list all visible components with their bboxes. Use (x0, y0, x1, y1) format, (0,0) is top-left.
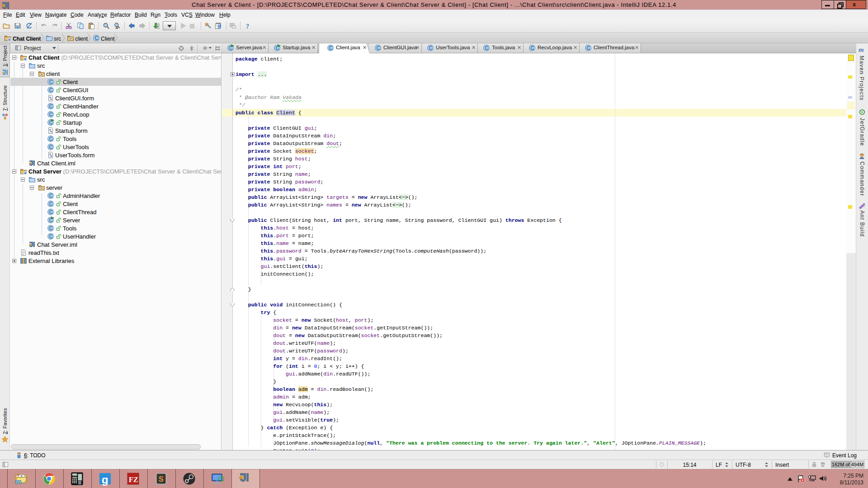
svg-text:C: C (49, 193, 53, 198)
svg-text:C: C (485, 45, 489, 51)
svg-text:C: C (531, 45, 534, 51)
svg-text:01: 01 (157, 27, 160, 29)
svg-text:C: C (587, 45, 590, 51)
svg-text:g: g (102, 474, 108, 486)
svg-text:A: A (116, 26, 118, 30)
svg-text:C: C (49, 209, 53, 215)
svg-text:C: C (49, 225, 53, 231)
svg-text:S: S (159, 475, 164, 483)
svg-text:C: C (329, 45, 333, 51)
svg-text:C: C (49, 103, 53, 109)
svg-text:FZ: FZ (129, 475, 138, 484)
svg-text:?: ? (246, 23, 249, 30)
svg-text:C: C (377, 45, 380, 51)
svg-text:C: C (429, 45, 433, 51)
svg-text:C: C (49, 136, 53, 141)
svg-text:C: C (49, 87, 53, 93)
svg-text:C: C (49, 234, 53, 239)
svg-text:C: C (49, 79, 53, 84)
svg-text:C: C (49, 201, 53, 206)
svg-text:C: C (49, 144, 53, 150)
svg-text:C: C (95, 35, 99, 41)
svg-text:C: C (49, 112, 53, 117)
